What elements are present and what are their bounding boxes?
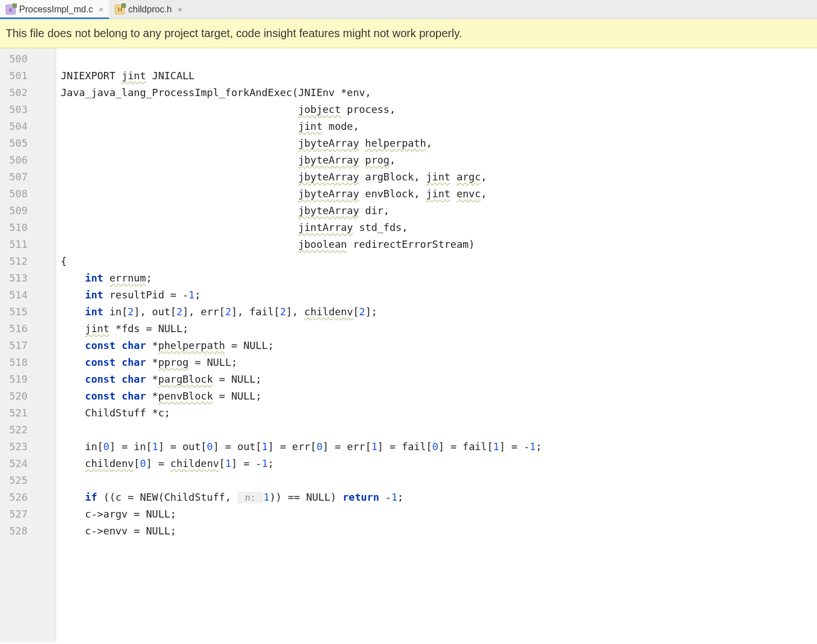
code-line (61, 421, 817, 438)
code-line: const char *penvBlock = NULL; (61, 388, 817, 405)
code-line: jbyteArray prog, (61, 152, 817, 169)
line-number: 502 (0, 84, 56, 101)
code-line: const char *pprog = NULL; (61, 354, 817, 371)
line-number: 519 (0, 371, 56, 388)
code-line: int errnum; (61, 270, 817, 287)
code-content[interactable]: JNIEXPORT jint JNICALLJava_java_lang_Pro… (56, 48, 817, 642)
code-line: jintArray std_fds, (61, 219, 817, 236)
code-line: { (61, 253, 817, 270)
tab-label: ProcessImpl_md.c (19, 4, 93, 15)
line-number: 523 (0, 438, 56, 455)
close-icon[interactable]: × (99, 4, 104, 14)
line-number: 513 (0, 270, 56, 287)
line-number: 509 (0, 202, 56, 219)
warning-text: This file does not belong to any project… (6, 27, 462, 39)
line-number: 527 (0, 506, 56, 523)
tab-processimpl-md-c[interactable]: c ProcessImpl_md.c × (0, 0, 109, 19)
code-line: c->envv = NULL; (61, 523, 817, 539)
line-number: 521 (0, 405, 56, 421)
code-line: jbyteArray dir, (61, 202, 817, 219)
editor-tab-bar: c ProcessImpl_md.c × H childproc.h × (0, 0, 817, 19)
code-line: jobject process, (61, 101, 817, 118)
line-number: 518 (0, 354, 56, 371)
line-number: 526 (0, 489, 56, 506)
line-number: 522 (0, 421, 56, 438)
code-line: jint mode, (61, 118, 817, 135)
code-line: in[0] = in[1] = out[0] = out[1] = err[0]… (61, 438, 817, 455)
line-number: 500 (0, 51, 56, 67)
line-number: 516 (0, 320, 56, 337)
close-icon[interactable]: × (178, 4, 183, 14)
code-line: jbyteArray argBlock, jint argc, (61, 169, 817, 185)
line-number: 517 (0, 337, 56, 354)
line-number: 504 (0, 118, 56, 135)
line-number: 512 (0, 253, 56, 270)
line-number: 506 (0, 152, 56, 169)
code-line (61, 472, 817, 489)
code-line: JNIEXPORT jint JNICALL (61, 67, 817, 84)
tab-label: childproc.h (128, 4, 171, 15)
line-number: 528 (0, 523, 56, 539)
line-number: 503 (0, 101, 56, 118)
line-number: 510 (0, 219, 56, 236)
code-line: const char *phelperpath = NULL; (61, 337, 817, 354)
code-line: jbyteArray helperpath, (61, 135, 817, 152)
line-number: 525 (0, 472, 56, 489)
code-line: int in[2], out[2], err[2], fail[2], chil… (61, 303, 817, 320)
warning-banner: This file does not belong to any project… (0, 19, 817, 48)
code-line: if ((c = NEW(ChildStuff, n: 1)) == NULL)… (61, 489, 817, 506)
code-line: Java_java_lang_ProcessImpl_forkAndExec(J… (61, 84, 817, 101)
line-number: 514 (0, 287, 56, 303)
code-line: ChildStuff *c; (61, 405, 817, 421)
code-line: childenv[0] = childenv[1] = -1; (61, 455, 817, 472)
code-line: c->argv = NULL; (61, 506, 817, 523)
code-line: jboolean redirectErrorStream) (61, 236, 817, 253)
tab-childproc-h[interactable]: H childproc.h × (109, 0, 188, 19)
code-editor[interactable]: 5005015025035045055065075085095105115125… (0, 48, 817, 642)
c-file-icon: c (6, 4, 16, 15)
line-number: 524 (0, 455, 56, 472)
line-number: 507 (0, 169, 56, 185)
line-number: 505 (0, 135, 56, 152)
line-number-gutter: 5005015025035045055065075085095105115125… (0, 48, 56, 642)
line-number: 520 (0, 388, 56, 405)
line-number: 501 (0, 67, 56, 84)
code-line: const char *pargBlock = NULL; (61, 371, 817, 388)
h-file-icon: H (115, 4, 125, 15)
code-line (61, 51, 817, 67)
code-line: jint *fds = NULL; (61, 320, 817, 337)
line-number: 515 (0, 303, 56, 320)
line-number: 511 (0, 236, 56, 253)
code-line: int resultPid = -1; (61, 287, 817, 303)
code-line: jbyteArray envBlock, jint envc, (61, 185, 817, 202)
line-number: 508 (0, 185, 56, 202)
